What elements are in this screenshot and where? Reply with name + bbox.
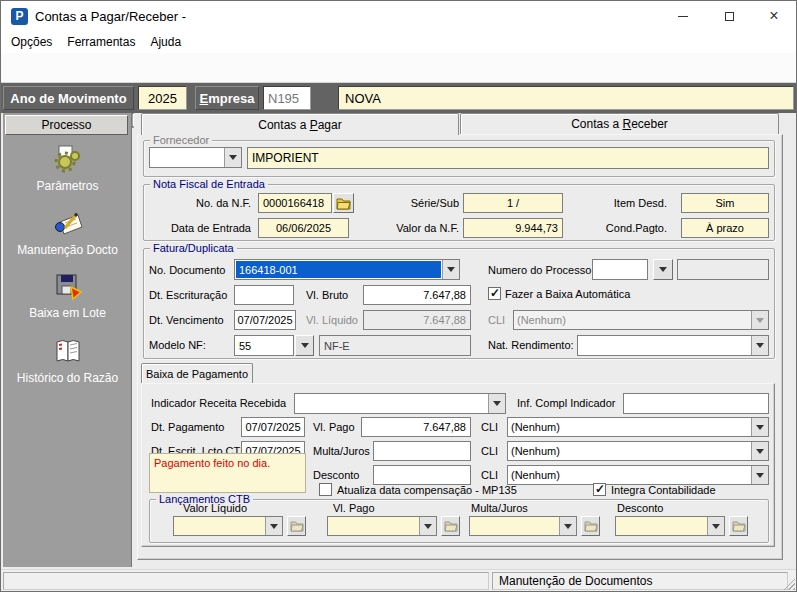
dt-pagamento-field[interactable]: 07/07/2025 [241,417,305,437]
ctb-valor-liquido-combo[interactable] [173,516,283,536]
chevron-down-icon [424,524,432,533]
ctb-vl-pago-dropdown-button[interactable] [419,517,436,535]
ano-movimento-field[interactable]: 2025 [138,86,187,110]
chevron-down-icon [659,267,667,276]
modelo-nf-desc-field: NF-E [319,335,471,356]
chevron-down-icon [229,155,237,164]
sidebar-item-baixa-em-lote[interactable]: Baixa em Lote [3,270,132,320]
numero-processo-label: Numero do Processo [488,264,591,276]
cli3-dropdown-button[interactable] [751,466,768,484]
ctb-vl-pago-browse-button[interactable] [441,516,460,536]
indicador-receita-combo[interactable] [294,393,506,414]
inf-compl-label: Inf. Compl Indicador [517,397,615,409]
sidebar-item-historico-razao[interactable]: Histórico do Razão [3,335,132,385]
inf-compl-field[interactable] [623,393,769,414]
ctb-valor-liquido-dropdown-button[interactable] [265,517,282,535]
ctb-desconto-combo[interactable] [615,516,725,536]
cli-fatura-dropdown-button [751,311,768,329]
empresa-name-field[interactable]: NOVA [338,86,794,110]
tab-label: Contas a Receber [571,117,668,131]
menu-ferramentas[interactable]: Ferramentas [67,35,135,49]
ctb-multa-juros-dropdown-button[interactable] [559,517,576,535]
fornecedor-code-combo[interactable] [149,147,242,168]
menu-ajuda[interactable]: Ajuda [150,35,181,49]
valor-nf-field[interactable]: 9.944,73 [463,218,563,238]
maximize-icon [725,12,734,21]
vl-pago-field[interactable]: 7.647,88 [361,417,471,437]
status-right-panel: Manutenção de Documentos [492,572,788,590]
maximize-button[interactable] [706,1,752,31]
ctb-desconto-dropdown-button[interactable] [707,517,724,535]
sidebar-item-label: Histórico do Razão [17,371,118,385]
ctb-desconto-browse-button[interactable] [729,516,748,536]
resize-grip[interactable] [783,578,795,590]
item-desd-field[interactable]: Sim [681,193,769,213]
ctb-vl-pago-label: Vl. Pago [333,502,375,514]
folder-open-icon [336,197,351,210]
multa-juros-field[interactable] [373,441,471,461]
nat-rendimento-combo[interactable] [577,335,769,356]
vl-liquido-field: 7.647,88 [363,310,471,330]
cli2-dropdown-button[interactable] [751,442,768,460]
cli3-combo[interactable]: (Nenhum) [507,465,769,485]
nf-number-field[interactable]: 0000166418 [258,193,332,213]
no-documento-dropdown-button[interactable] [442,260,459,279]
ctb-multa-juros-browse-button[interactable] [581,516,600,536]
menu-opcoes[interactable]: Opções [11,35,52,49]
cli1-label: CLI [481,421,498,433]
tab-contas-a-pagar[interactable]: Contas a Pagar [141,113,459,135]
close-button[interactable]: × [752,1,796,31]
nf-browse-button[interactable] [333,193,354,213]
no-documento-combo[interactable]: 166418-001 [234,259,460,280]
nat-rendimento-dropdown-button[interactable] [751,336,768,355]
modelo-nf-dropdown-button[interactable] [295,335,314,356]
sidebar-header-processo[interactable]: Processo [5,115,128,135]
sidebar-item-parametros[interactable]: Parâmetros [3,143,132,193]
ctb-valor-liquido-browse-button[interactable] [287,516,306,536]
numero-processo-field[interactable] [592,259,648,280]
chevron-down-icon [564,524,572,533]
tab-contas-a-receber[interactable]: Contas a Receber [460,113,779,134]
vl-bruto-field[interactable]: 7.647,88 [363,285,471,305]
menu-bar: Opções Ferramentas Ajuda [1,31,796,53]
fornecedor-name-field[interactable]: IMPORIENT [247,147,769,169]
ctb-valor-liquido-label: Valor Líquido [183,502,247,514]
indicador-receita-dropdown-button[interactable] [488,394,505,413]
empresa-code-field[interactable]: N195 [263,86,311,110]
numero-processo-dropdown-button[interactable] [653,259,673,280]
serie-field[interactable]: 1 / [463,193,563,213]
cond-pagto-field[interactable]: À prazo [681,218,769,238]
vl-liquido-label: Vl. Líquido [306,314,358,326]
status-left-panel [3,572,489,590]
fornecedor-dropdown-button[interactable] [224,148,241,167]
dt-pagamento-label: Dt. Pagamento [151,421,224,433]
nf-number-label: No. da N.F. [147,197,251,209]
valor-nf-label: Valor da N.F. [391,222,459,234]
fatura-group-label: Fatura/Duplicata [150,242,237,254]
folder-open-icon [584,520,598,532]
modelo-nf-label: Modelo NF: [149,339,206,351]
desconto-field[interactable] [373,465,471,485]
folder-open-icon [732,520,746,532]
dt-escrituracao-field[interactable] [234,285,294,305]
ano-movimento-label: Ano de Movimento [3,86,134,110]
cli1-combo[interactable]: (Nenhum) [507,417,769,437]
sidebar-item-manutencao-docto[interactable]: Manutenção Docto [3,207,132,257]
cli1-dropdown-button[interactable] [751,418,768,436]
dt-vencimento-field[interactable]: 07/07/2025 [234,310,296,330]
tab-baixa-de-pagamento[interactable]: Baixa de Pagamento [141,363,253,383]
cli2-combo[interactable]: (Nenhum) [507,441,769,461]
chevron-down-icon [712,524,720,533]
integra-contabilidade-checkbox[interactable] [593,483,606,496]
sidebar-item-label: Manutenção Docto [17,243,118,257]
modelo-nf-field[interactable]: 55 [234,335,294,356]
baixa-automatica-checkbox[interactable] [488,287,501,300]
atualiza-compensacao-checkbox[interactable] [319,483,332,496]
ctb-desconto-value [616,517,707,535]
data-entrada-field[interactable]: 06/06/2025 [258,218,349,238]
minimize-button[interactable] [660,1,706,31]
app-window: P Contas a Pagar/Receber - × Opções Ferr… [0,0,797,592]
ctb-vl-pago-combo[interactable] [327,516,437,536]
ctb-multa-juros-combo[interactable] [469,516,577,536]
dt-escrituracao-label: Dt. Escrituração [149,289,227,301]
